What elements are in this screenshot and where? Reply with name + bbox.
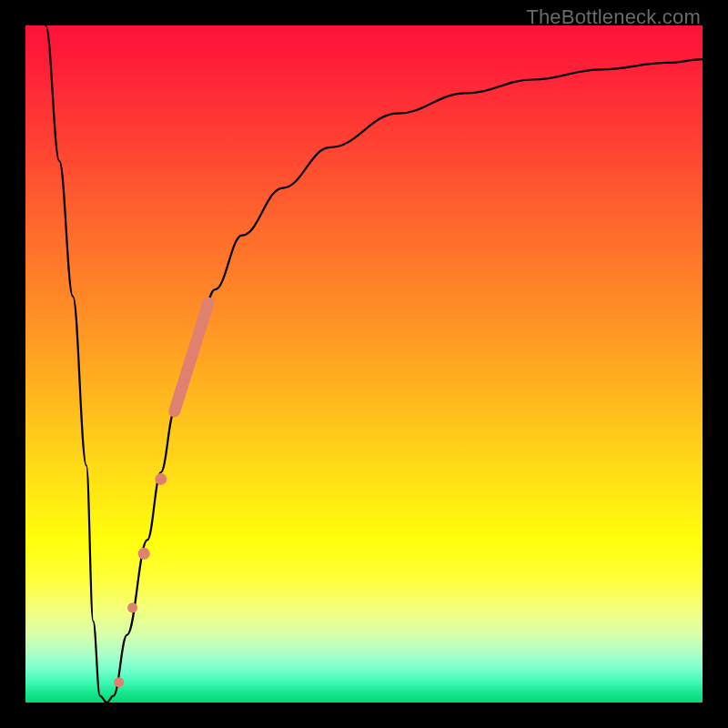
highlight-dot [127,602,137,612]
highlight-dot [114,677,124,687]
highlight-segment-line [175,303,208,411]
bottleneck-curve-path [46,25,703,703]
watermark-text: TheBottleneck.com [526,5,701,29]
bottleneck-curve [46,25,703,703]
plot-area [25,25,703,703]
highlight-dot [155,473,167,485]
highlight-segment [175,303,208,411]
curve-layer [25,25,703,703]
highlight-dot [138,548,150,560]
chart-frame: TheBottleneck.com [0,0,728,728]
